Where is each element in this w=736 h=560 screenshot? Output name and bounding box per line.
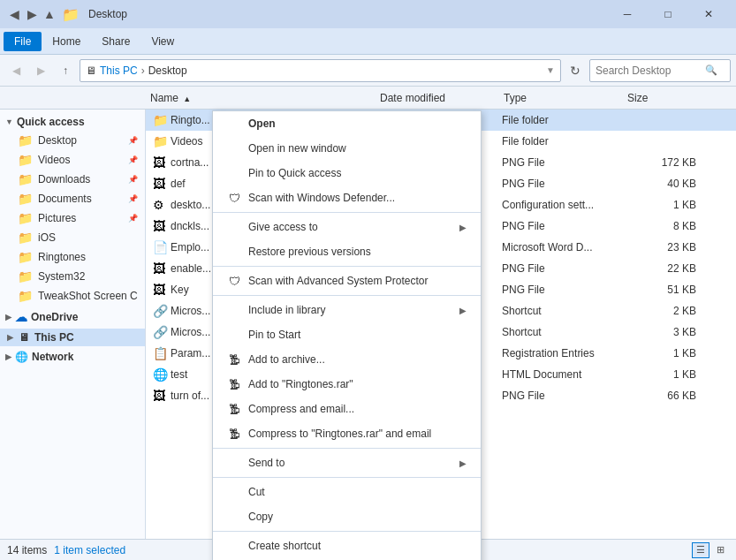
sidebar-header-network[interactable]: ▶ 🌐 Network: [0, 348, 145, 366]
file-size: 2 KB: [626, 305, 696, 317]
ctx-add-archive[interactable]: 🗜 Add to archive...: [213, 347, 481, 372]
sidebar-item-system32[interactable]: 📁 System32: [0, 267, 145, 286]
folder-icon: 📁: [18, 211, 33, 225]
sidebar-header-quickaccess[interactable]: ▼ Quick access: [0, 113, 145, 131]
breadcrumb-expand[interactable]: ▼: [546, 65, 555, 75]
ctx-send-to[interactable]: Send to ▶: [213, 450, 481, 475]
folder-icon: 📁: [18, 250, 33, 264]
sidebar-item-ios[interactable]: 📁 iOS: [0, 228, 145, 247]
breadcrumb-computer: 🖥: [86, 64, 96, 77]
menu-share[interactable]: Share: [91, 32, 140, 51]
ctx-icon: [227, 303, 241, 317]
breadcrumb[interactable]: 🖥 This PC › Desktop ▼: [80, 59, 561, 82]
ctx-copy[interactable]: Copy: [213, 504, 481, 529]
window-title: Desktop: [88, 8, 127, 20]
pin-icon: 📌: [128, 214, 138, 223]
ctx-open[interactable]: Open: [213, 111, 481, 136]
file-icon: 🔗: [153, 304, 171, 318]
file-size: 23 KB: [626, 241, 696, 254]
file-type: Configuration sett...: [502, 199, 626, 211]
maximize-button[interactable]: □: [648, 0, 688, 28]
sidebar-item-videos[interactable]: 📁 Videos 📌: [0, 150, 145, 170]
sidebar-item-documents[interactable]: 📁 Documents 📌: [0, 189, 145, 208]
sidebar-item-label: Videos: [38, 154, 70, 166]
folder-icon: 📁: [18, 231, 33, 245]
menu-bar: File Home Share View: [0, 28, 736, 55]
ctx-scan-advanced[interactable]: 🛡 Scan with Advanced System Protector: [213, 269, 481, 293]
col-header-type[interactable]: Type: [504, 92, 627, 104]
sidebar-item-downloads[interactable]: 📁 Downloads 📌: [0, 170, 145, 189]
sidebar-header-onedrive[interactable]: ▶ ☁ OneDrive: [0, 307, 145, 327]
ctx-pin-quick-access[interactable]: Pin to Quick access: [213, 161, 481, 185]
menu-view[interactable]: View: [140, 32, 185, 51]
ctx-include-library[interactable]: Include in library ▶: [213, 298, 481, 322]
back-button[interactable]: ◀: [5, 60, 27, 81]
ctx-compress-email[interactable]: 🗜 Compress and email...: [213, 397, 481, 421]
search-input[interactable]: [596, 64, 702, 77]
sidebar-item-ringtones[interactable]: 📁 Ringtones: [0, 247, 145, 267]
ctx-label: Restore previous versions: [248, 246, 371, 258]
chevron-icon: ▶: [5, 352, 11, 361]
tiles-view-button[interactable]: ⊞: [711, 542, 729, 558]
sidebar-item-tweakshot[interactable]: 📁 TweakShot Screen C: [0, 286, 145, 306]
status-count: 14 items: [7, 544, 47, 556]
ctx-compress-rar-email[interactable]: 🗜 Compress to "Ringtones.rar" and email: [213, 421, 481, 446]
ctx-icon: [227, 220, 241, 234]
address-bar: ◀ ▶ ↑ 🖥 This PC › Desktop ▼ ↻ 🔍: [0, 55, 736, 87]
sidebar-item-label: Documents: [38, 193, 92, 205]
context-menu: Open Open in new window Pin to Quick acc…: [212, 110, 482, 560]
view-buttons: ☰ ⊞: [692, 542, 729, 558]
ctx-scan-defender[interactable]: 🛡 Scan with Windows Defender...: [213, 185, 481, 210]
ctx-restore-versions[interactable]: Restore previous versions: [213, 239, 481, 264]
ctx-icon: 🛡: [227, 274, 241, 288]
ctx-label: Send to: [248, 457, 285, 469]
ctx-give-access[interactable]: Give access to ▶: [213, 215, 481, 239]
sidebar-section-label: Quick access: [17, 116, 85, 128]
sidebar-item-label: Downloads: [38, 173, 90, 185]
details-view-button[interactable]: ☰: [692, 542, 709, 558]
up-button[interactable]: ↑: [55, 60, 76, 81]
ctx-label: Give access to: [248, 221, 318, 233]
sidebar: ▼ Quick access 📁 Desktop 📌 📁 Videos 📌 📁 …: [0, 110, 146, 539]
ctx-pin-start[interactable]: Pin to Start: [213, 322, 481, 347]
file-type: File folder: [502, 114, 626, 126]
folder-icon: 📁: [18, 289, 33, 303]
ctx-label: Scan with Advanced System Protector: [248, 275, 428, 287]
ctx-separator: [213, 531, 481, 532]
column-headers: Name ▲ Date modified Type Size: [0, 87, 736, 110]
search-box: 🔍: [589, 59, 731, 82]
chevron-icon: ▶: [7, 333, 13, 342]
status-selected[interactable]: 1 item selected: [54, 544, 125, 556]
col-header-name[interactable]: Name ▲: [150, 92, 380, 104]
ctx-cut[interactable]: Cut: [213, 480, 481, 504]
forward-button[interactable]: ▶: [30, 60, 51, 81]
sidebar-item-thispc[interactable]: ▶ 🖥 This PC: [0, 329, 145, 346]
pin-icon: 📌: [128, 136, 138, 145]
close-button[interactable]: ✕: [688, 0, 729, 28]
file-icon: 🖼: [153, 219, 171, 233]
file-size: 172 KB: [626, 156, 696, 169]
col-header-size[interactable]: Size: [627, 92, 698, 104]
sidebar-item-desktop[interactable]: 📁 Desktop 📌: [0, 131, 145, 150]
file-size: 1 KB: [626, 347, 696, 359]
sidebar-section-onedrive: ▶ ☁ OneDrive: [0, 307, 145, 327]
sidebar-item-label: Pictures: [38, 212, 76, 224]
refresh-button[interactable]: ↻: [565, 60, 586, 81]
ctx-separator: [213, 477, 481, 478]
file-icon: 🖼: [153, 283, 171, 297]
ctx-label: Pin to Start: [248, 329, 300, 341]
title-bar: ◀ ▶ ▲ 📁 Desktop ─ □ ✕: [0, 0, 736, 28]
col-header-date[interactable]: Date modified: [380, 92, 504, 104]
menu-home[interactable]: Home: [42, 32, 91, 51]
breadcrumb-thispc[interactable]: This PC: [100, 64, 138, 77]
ctx-separator: [213, 295, 481, 296]
sidebar-item-pictures[interactable]: 📁 Pictures 📌: [0, 208, 145, 228]
ctx-create-shortcut[interactable]: Create shortcut: [213, 534, 481, 558]
ctx-add-rar[interactable]: 🗜 Add to "Ringtones.rar": [213, 372, 481, 397]
ctx-icon: 🗜: [227, 427, 241, 441]
chevron-down-icon: ▼: [5, 117, 13, 126]
ctx-open-new-window[interactable]: Open in new window: [213, 136, 481, 161]
menu-file[interactable]: File: [4, 32, 42, 51]
title-bar-icons: ◀ ▶ ▲: [7, 7, 57, 21]
minimize-button[interactable]: ─: [607, 0, 648, 28]
